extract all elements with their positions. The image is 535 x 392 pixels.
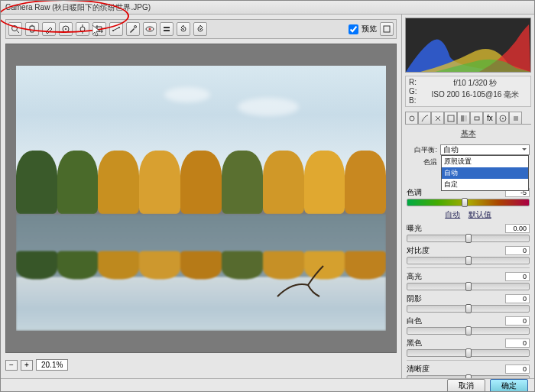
- contrast-value[interactable]: 0: [505, 246, 530, 255]
- svg-rect-19: [464, 115, 467, 121]
- crop-tool-icon[interactable]: [92, 22, 106, 36]
- main-area: 预览: [1, 15, 534, 378]
- highlights-label: 高光: [407, 271, 422, 282]
- whites-slider[interactable]: [407, 327, 530, 335]
- svg-line-7: [113, 28, 119, 31]
- window-title: Camera Raw (秋日暖阳下的缤纷世界.JPG): [1, 1, 534, 15]
- spot-tool-icon[interactable]: [126, 22, 140, 36]
- rotate-ccw-icon[interactable]: [177, 22, 190, 36]
- svg-point-16: [410, 116, 414, 121]
- svg-rect-15: [384, 26, 390, 32]
- svg-rect-20: [475, 117, 479, 120]
- wb-label: 白平衡:: [407, 145, 437, 155]
- svg-text:fx: fx: [487, 115, 493, 122]
- tint-slider[interactable]: [407, 199, 530, 206]
- tab-split[interactable]: [457, 112, 470, 124]
- highlights-value[interactable]: 0: [505, 272, 530, 281]
- prefs-tool-icon[interactable]: [160, 22, 173, 36]
- zoom-value[interactable]: 20.1%: [36, 359, 68, 371]
- tab-fx[interactable]: fx: [483, 112, 496, 124]
- fullscreen-icon[interactable]: [380, 22, 394, 36]
- tab-calibrate[interactable]: [496, 112, 509, 124]
- color-sampler-icon[interactable]: [59, 22, 73, 36]
- highlights-slider[interactable]: [407, 283, 530, 290]
- left-pane: 预览: [1, 15, 401, 378]
- blacks-slider[interactable]: [407, 349, 530, 357]
- wb-tool-icon[interactable]: [42, 22, 56, 36]
- straighten-tool-icon[interactable]: [109, 22, 123, 36]
- clarity-label: 清晰度: [407, 364, 430, 374]
- basic-panel: 白平衡: 自动 原照设置 自动 自定 色温 色调: [402, 141, 534, 378]
- target-adjust-icon[interactable]: [76, 22, 89, 36]
- info-readout: R:G:B: f/10 1/320 秒 ISO 200 16-105@16 毫米: [405, 76, 531, 107]
- right-panel: R:G:B: f/10 1/320 秒 ISO 200 16-105@16 毫米…: [401, 15, 534, 378]
- tab-lens[interactable]: [470, 112, 483, 124]
- exposure-label: 曝光: [407, 223, 422, 234]
- zoom-bar: − + 20.1%: [5, 356, 397, 374]
- tab-hsl[interactable]: [444, 112, 457, 124]
- blacks-label: 黑色: [407, 338, 422, 348]
- wb-option-auto[interactable]: 自动: [442, 167, 528, 179]
- panel-title: 基本: [402, 126, 534, 141]
- tab-presets[interactable]: [509, 112, 522, 124]
- shadows-label: 阴影: [407, 293, 422, 304]
- footer: 取消 确定: [1, 378, 534, 392]
- blacks-value[interactable]: 0: [505, 339, 530, 348]
- exposure-slider[interactable]: [407, 235, 530, 242]
- tab-basic[interactable]: [405, 112, 418, 124]
- shadows-value[interactable]: 0: [505, 294, 530, 303]
- wb-dropdown[interactable]: 自动 原照设置 自动 自定: [440, 144, 530, 155]
- rotate-cw-icon[interactable]: [193, 22, 207, 36]
- temp-label: 色温: [407, 157, 437, 167]
- photo-content: [16, 66, 387, 331]
- svg-point-12: [149, 28, 151, 31]
- svg-point-4: [80, 27, 85, 31]
- preview-checkbox[interactable]: [349, 24, 358, 34]
- svg-rect-14: [164, 30, 170, 31]
- cancel-button[interactable]: 取消: [447, 379, 485, 393]
- tab-detail[interactable]: [431, 112, 444, 124]
- svg-point-23: [502, 118, 504, 119]
- toolbar: 预览: [5, 19, 397, 39]
- svg-rect-17: [448, 115, 454, 121]
- zoom-out-button[interactable]: −: [5, 360, 18, 371]
- svg-point-0: [12, 26, 18, 31]
- tab-curve[interactable]: [418, 112, 431, 124]
- default-link[interactable]: 默认值: [469, 210, 491, 219]
- zoom-tool-icon[interactable]: [8, 22, 22, 36]
- image-preview[interactable]: [5, 44, 397, 353]
- histogram[interactable]: [405, 18, 531, 73]
- auto-link[interactable]: 自动: [445, 210, 460, 219]
- redeye-tool-icon[interactable]: [143, 22, 157, 36]
- wb-dropdown-list: 原照设置 自动 自定: [441, 155, 529, 191]
- panel-tabstrip: fx: [405, 112, 531, 125]
- tint-label: 色调: [407, 187, 422, 198]
- clarity-value[interactable]: 0: [505, 364, 530, 374]
- whites-value[interactable]: 0: [505, 316, 530, 326]
- hand-tool-icon[interactable]: [25, 22, 39, 36]
- svg-rect-13: [164, 27, 170, 28]
- svg-rect-18: [461, 115, 464, 121]
- svg-line-1: [17, 31, 19, 33]
- preview-label: 预览: [362, 24, 377, 34]
- shadows-slider[interactable]: [407, 305, 530, 313]
- svg-point-9: [118, 27, 120, 28]
- contrast-slider[interactable]: [407, 257, 530, 264]
- zoom-in-button[interactable]: +: [21, 360, 33, 371]
- whites-label: 白色: [407, 316, 422, 326]
- auto-links: 自动 默认值: [407, 209, 530, 220]
- exposure-value[interactable]: 0.00: [505, 224, 530, 233]
- wb-option-asshot[interactable]: 原照设置: [442, 156, 528, 167]
- svg-point-10: [135, 26, 137, 28]
- svg-point-3: [65, 28, 66, 30]
- ok-button[interactable]: 确定: [490, 379, 528, 393]
- clarity-slider[interactable]: [407, 375, 530, 378]
- svg-point-8: [112, 30, 114, 31]
- contrast-label: 对比度: [407, 245, 430, 256]
- wb-option-custom[interactable]: 自定: [442, 179, 528, 190]
